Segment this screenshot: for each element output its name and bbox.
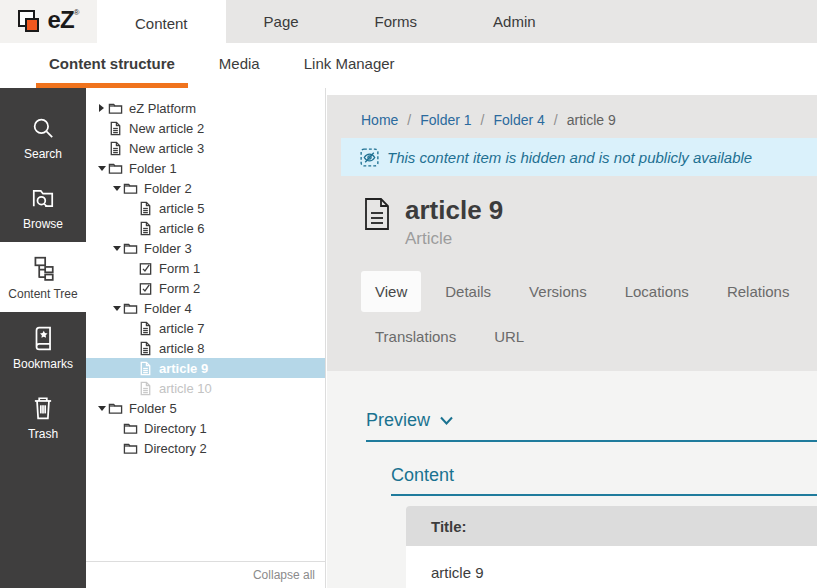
breadcrumb-item-article-9: article 9	[567, 112, 616, 128]
breadcrumb-item-home[interactable]: Home	[361, 112, 398, 128]
tab-url[interactable]: URL	[480, 316, 538, 357]
article-icon	[108, 141, 123, 156]
top-tab-content[interactable]: Content	[97, 0, 226, 47]
sidebar-item-label: Trash	[28, 427, 58, 441]
tree-item-article-8[interactable]: article 8	[86, 338, 325, 358]
folder-icon	[123, 241, 138, 256]
tree-item-directory-1[interactable]: Directory 1	[86, 418, 325, 438]
subnav-tab-content-structure[interactable]: Content structure	[36, 43, 188, 88]
top-bar: eZ ® ContentPageFormsAdmin	[0, 0, 817, 43]
top-tab-forms[interactable]: Forms	[337, 0, 456, 43]
top-tab-page[interactable]: Page	[226, 0, 337, 43]
folder-icon	[123, 181, 138, 196]
left-sidebar: SearchBrowseContent TreeBookmarksTrash	[0, 88, 86, 588]
tree-item-article-10[interactable]: article 10	[86, 378, 325, 398]
tree-item-folder-4[interactable]: Folder 4	[86, 298, 325, 318]
trash-icon	[30, 395, 56, 421]
tree-item-article-7[interactable]: article 7	[86, 318, 325, 338]
tree-item-label: article 9	[159, 361, 208, 376]
tree-item-label: article 10	[159, 381, 212, 396]
tab-versions[interactable]: Versions	[515, 271, 601, 312]
sidebar-item-search[interactable]: Search	[0, 102, 86, 172]
tree-item-label: Folder 3	[144, 241, 192, 256]
field-name: Title:	[406, 506, 817, 546]
folder-icon	[108, 161, 123, 176]
bookmarks-icon	[30, 325, 56, 351]
article-icon	[138, 341, 153, 356]
folder-icon	[108, 401, 123, 416]
collapse-arrow-icon[interactable]	[110, 186, 123, 191]
tree-item-label: Folder 5	[129, 401, 177, 416]
tree-item-label: eZ Platform	[129, 101, 196, 116]
folder-icon	[123, 301, 138, 316]
collapse-arrow-icon[interactable]	[110, 306, 123, 311]
tree-item-new-article-3[interactable]: New article 3	[86, 138, 325, 158]
tab-relations[interactable]: Relations	[713, 271, 804, 312]
tree-item-form-1[interactable]: Form 1	[86, 258, 325, 278]
directory-icon	[123, 441, 138, 456]
article-icon	[138, 361, 153, 376]
content-type-label: Article	[405, 229, 503, 249]
notice-text: This content item is hidden and is not p…	[387, 149, 752, 166]
sidebar-item-trash[interactable]: Trash	[0, 382, 86, 452]
title-block: article 9 Article	[327, 176, 817, 249]
tree-item-new-article-2[interactable]: New article 2	[86, 118, 325, 138]
eye-hidden-icon	[360, 148, 379, 167]
field-card: Title: article 9	[406, 506, 817, 588]
tree-item-folder-5[interactable]: Folder 5	[86, 398, 325, 418]
tab-view[interactable]: View	[361, 271, 421, 312]
tree-item-label: Directory 1	[144, 421, 207, 436]
content-tree-panel: eZ PlatformNew article 2New article 3Fol…	[86, 88, 326, 588]
article-icon	[138, 321, 153, 336]
directory-icon	[123, 421, 138, 436]
tab-translations[interactable]: Translations	[361, 316, 470, 357]
tree-item-label: article 7	[159, 321, 205, 336]
ez-logo-icon	[18, 10, 44, 36]
sidebar-item-label: Content Tree	[8, 287, 77, 301]
top-tab-admin[interactable]: Admin	[455, 0, 574, 43]
collapse-arrow-icon[interactable]	[95, 406, 108, 411]
page-title: article 9	[405, 195, 503, 225]
tree-item-article-6[interactable]: article 6	[86, 218, 325, 238]
view-tab-body: Preview Content Title: article 9	[327, 371, 817, 588]
tree-item-label: Folder 2	[144, 181, 192, 196]
tree-item-directory-2[interactable]: Directory 2	[86, 438, 325, 458]
tree-item-folder-3[interactable]: Folder 3	[86, 238, 325, 258]
sidebar-item-content-tree[interactable]: Content Tree	[0, 242, 86, 312]
article-icon	[363, 197, 391, 231]
tree-item-folder-1[interactable]: Folder 1	[86, 158, 325, 178]
collapse-arrow-icon[interactable]	[95, 166, 108, 171]
secondary-nav: Content structureMediaLink Manager	[36, 43, 426, 88]
subnav-tab-link-manager[interactable]: Link Manager	[291, 43, 408, 88]
tree-item-folder-2[interactable]: Folder 2	[86, 178, 325, 198]
tree-item-article-5[interactable]: article 5	[86, 198, 325, 218]
tree-item-form-2[interactable]: Form 2	[86, 278, 325, 298]
collapse-arrow-icon[interactable]	[110, 246, 123, 251]
content-tree-list: eZ PlatformNew article 2New article 3Fol…	[86, 88, 325, 458]
breadcrumb-separator: /	[481, 112, 485, 128]
chevron-down-icon	[440, 416, 453, 425]
tree-item-label: New article 2	[129, 121, 204, 136]
search-icon	[30, 115, 56, 141]
sidebar-item-label: Bookmarks	[13, 357, 73, 371]
collapse-all-button[interactable]: Collapse all	[86, 561, 325, 588]
preview-section-toggle[interactable]: Preview	[366, 410, 817, 442]
tab-locations[interactable]: Locations	[611, 271, 703, 312]
tree-item-label: Directory 2	[144, 441, 207, 456]
tab-details[interactable]: Details	[431, 271, 505, 312]
sidebar-item-bookmarks[interactable]: Bookmarks	[0, 312, 86, 382]
sidebar-item-browse[interactable]: Browse	[0, 172, 86, 242]
form-icon	[138, 261, 153, 276]
breadcrumb-item-folder-1[interactable]: Folder 1	[420, 112, 471, 128]
tree-item-label: New article 3	[129, 141, 204, 156]
content-section-label: Content	[391, 465, 454, 486]
tree-item-article-9[interactable]: article 9	[86, 358, 325, 378]
expand-arrow-icon[interactable]	[95, 104, 108, 112]
content-tabs: ViewDetailsVersionsLocationsRelationsTra…	[327, 249, 817, 361]
app-logo[interactable]: eZ ®	[0, 0, 97, 43]
breadcrumb-separator: /	[407, 112, 411, 128]
top-nav: ContentPageFormsAdmin	[97, 0, 574, 47]
breadcrumb-item-folder-4[interactable]: Folder 4	[494, 112, 545, 128]
tree-item-ez-platform[interactable]: eZ Platform	[86, 98, 325, 118]
subnav-tab-media[interactable]: Media	[206, 43, 273, 88]
